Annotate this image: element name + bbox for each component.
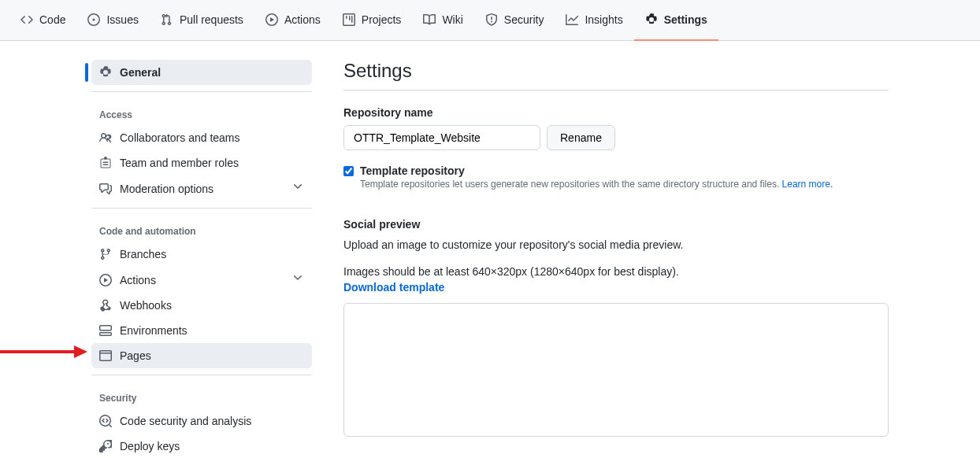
- tab-label: Code: [39, 13, 65, 26]
- sidebar-group-security: Security: [91, 382, 312, 408]
- browser-icon: [99, 349, 112, 362]
- tab-label: Projects: [362, 13, 402, 26]
- sidebar-group-access: Access: [91, 98, 312, 125]
- sidebar-item-team-roles[interactable]: Team and member roles: [91, 150, 312, 175]
- social-preview-box[interactable]: [343, 303, 889, 437]
- key-icon: [99, 440, 112, 452]
- repo-name-label: Repository name: [343, 106, 889, 119]
- tab-insights[interactable]: Insights: [555, 0, 633, 41]
- sidebar-item-label: Collaborators and teams: [120, 130, 240, 146]
- id-badge-icon: [99, 157, 112, 169]
- tab-label: Wiki: [442, 13, 462, 26]
- divider: [91, 91, 312, 92]
- divider: [91, 375, 312, 375]
- sidebar-item-general[interactable]: General: [91, 60, 312, 85]
- sidebar-item-environments[interactable]: Environments: [91, 318, 312, 343]
- tab-pull-requests[interactable]: Pull requests: [150, 0, 254, 41]
- repo-tabs: Code Issues Pull requests Actions Projec…: [0, 0, 980, 41]
- issue-icon: [87, 13, 100, 26]
- project-icon: [343, 13, 355, 26]
- tab-issues[interactable]: Issues: [76, 0, 149, 41]
- play-circle-icon: [265, 13, 278, 26]
- sidebar-item-deploy-keys[interactable]: Deploy keys: [91, 434, 312, 458]
- tab-actions[interactable]: Actions: [254, 0, 332, 41]
- webhook-icon: [99, 299, 112, 312]
- play-circle-icon: [99, 274, 112, 286]
- repo-name-input[interactable]: [343, 125, 540, 150]
- pull-request-icon: [161, 13, 173, 26]
- tab-label: Pull requests: [180, 13, 243, 26]
- sidebar-group-code: Code and automation: [91, 215, 312, 242]
- template-repo-checkbox[interactable]: [343, 166, 354, 176]
- code-icon: [20, 13, 33, 26]
- sidebar-item-branches[interactable]: Branches: [91, 242, 312, 267]
- rename-button[interactable]: Rename: [547, 125, 615, 150]
- sidebar-item-actions[interactable]: Actions: [91, 267, 312, 293]
- svg-marker-1: [74, 345, 87, 358]
- template-repo-description: Template repositories let users generate…: [360, 179, 833, 190]
- sidebar-item-label: Environments: [120, 323, 187, 338]
- people-icon: [99, 131, 112, 144]
- chevron-down-icon: [291, 271, 304, 288]
- sidebar-item-label: Branches: [120, 246, 166, 262]
- settings-main: Settings Repository name Rename Template…: [325, 60, 889, 458]
- shield-icon: [485, 13, 498, 26]
- sidebar-item-webhooks[interactable]: Webhooks: [91, 293, 312, 318]
- book-icon: [423, 13, 436, 26]
- tab-label: Issues: [106, 13, 138, 26]
- server-icon: [99, 324, 112, 337]
- tab-settings[interactable]: Settings: [634, 0, 718, 41]
- tab-label: Security: [504, 13, 544, 26]
- sidebar-item-label: Actions: [120, 272, 156, 288]
- graph-icon: [566, 13, 578, 26]
- page-title: Settings: [343, 60, 889, 90]
- comment-discussion-icon: [99, 183, 112, 195]
- tab-label: Actions: [284, 13, 321, 26]
- sidebar-item-label: Deploy keys: [120, 438, 180, 454]
- sidebar-item-label: Moderation options: [120, 181, 213, 197]
- tab-label: Settings: [664, 13, 707, 26]
- sidebar-item-label: Team and member roles: [120, 155, 239, 171]
- sidebar-item-label: General: [120, 65, 161, 80]
- codescan-icon: [99, 415, 112, 427]
- sidebar-item-label: Code security and analysis: [120, 413, 251, 429]
- tab-projects[interactable]: Projects: [332, 0, 413, 41]
- sidebar-item-pages[interactable]: Pages: [91, 343, 312, 368]
- sidebar-item-collaborators[interactable]: Collaborators and teams: [91, 125, 312, 150]
- sidebar-item-label: Webhooks: [120, 297, 172, 313]
- tab-code[interactable]: Code: [9, 0, 76, 41]
- learn-more-link[interactable]: Learn more.: [782, 179, 833, 190]
- chevron-down-icon: [291, 180, 304, 197]
- gear-icon: [99, 66, 112, 79]
- tab-security[interactable]: Security: [474, 0, 555, 41]
- git-branch-icon: [99, 248, 112, 260]
- template-repo-label: Template repository: [360, 164, 833, 177]
- sidebar-item-moderation[interactable]: Moderation options: [91, 175, 312, 201]
- settings-sidebar: General Access Collaborators and teams T…: [91, 60, 325, 458]
- tab-wiki[interactable]: Wiki: [412, 0, 473, 41]
- sidebar-item-label: Pages: [120, 348, 151, 364]
- divider: [91, 208, 312, 209]
- annotation-arrow: [0, 345, 87, 359]
- tab-label: Insights: [585, 13, 622, 26]
- social-preview-heading: Social preview: [343, 218, 889, 231]
- download-template-link[interactable]: Download template: [343, 281, 444, 294]
- gear-icon: [645, 13, 658, 26]
- social-preview-description-1: Upload an image to customize your reposi…: [343, 238, 889, 251]
- social-preview-description-2: Images should be at least 640×320px (128…: [343, 265, 889, 278]
- sidebar-item-code-security[interactable]: Code security and analysis: [91, 408, 312, 434]
